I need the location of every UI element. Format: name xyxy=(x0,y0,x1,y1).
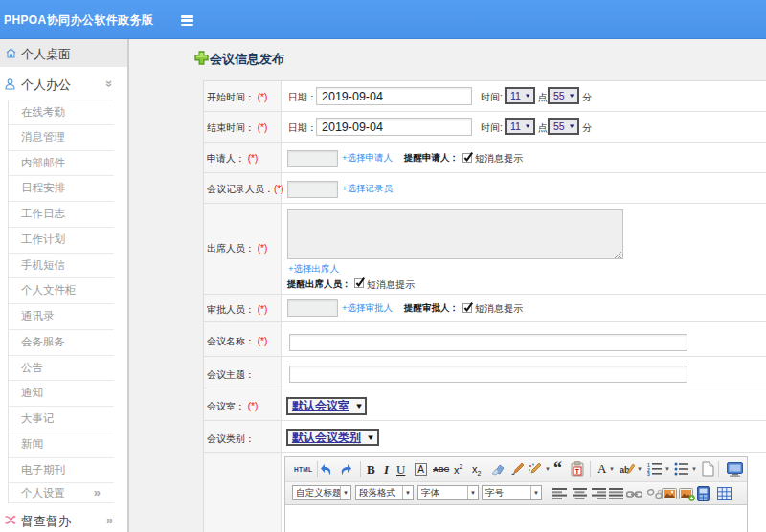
svg-text:3: 3 xyxy=(647,471,650,476)
svg-text:T: T xyxy=(575,468,580,475)
